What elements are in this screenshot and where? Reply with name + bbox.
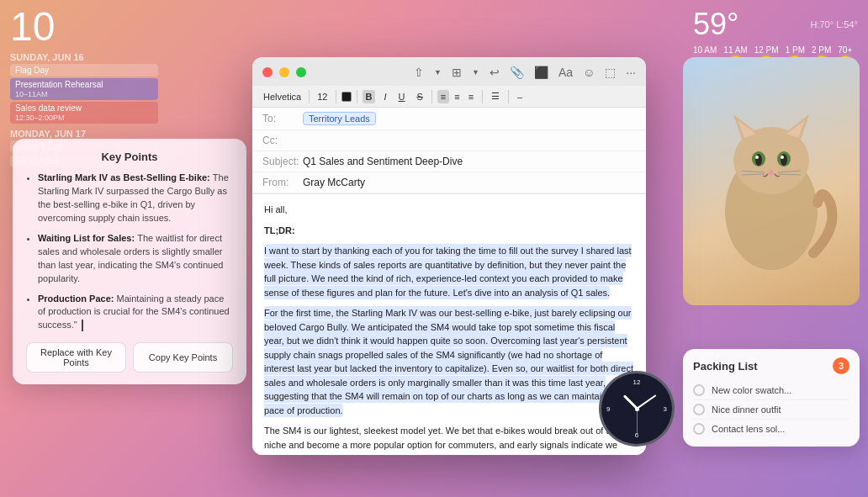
email-body-para1: I want to start by thanking each of you … — [264, 244, 634, 299]
to-value[interactable]: Territory Leads — [303, 112, 376, 125]
email-fields: To: Territory Leads Cc: Subject: Q1 Sale… — [252, 108, 646, 194]
weather-temperature: 59° — [693, 7, 738, 42]
subject-value[interactable]: Q1 Sales and Sentiment Deep-Dive — [303, 156, 636, 167]
key-points-panel: Key Points Starling Mark IV as Best-Sell… — [13, 139, 246, 384]
reminder-text-3: Contact lens sol... — [712, 424, 785, 434]
toolbar-sep-2 — [336, 90, 336, 103]
strikethrough-button[interactable]: S — [413, 90, 426, 103]
cat-illustration — [696, 77, 847, 287]
toolbar-sep-1 — [309, 90, 310, 103]
email-body-text-1: I want to start by thanking each of you … — [264, 244, 632, 299]
email-greeting: Hi all, — [264, 203, 634, 217]
from-field-row: From: Gray McCarty — [252, 172, 646, 193]
reminder-circle-2[interactable] — [693, 404, 705, 415]
format-icon[interactable]: ⊞ — [452, 66, 462, 79]
format-toolbar: Helvetica 12 B I U S ≡ ≡ ≡ ☰ – — [252, 86, 646, 108]
reminder-item-2: Nice dinner outfit — [693, 400, 849, 420]
calendar-event-sales: Sales data review 12:30–2:00PM — [10, 102, 158, 124]
align-left-button[interactable]: ≡ — [437, 90, 449, 103]
copy-key-points-button[interactable]: Copy Key Points — [133, 342, 233, 373]
key-point-3: Production Pace: Maintaining a steady pa… — [38, 293, 233, 333]
reminder-header: Packing List 3 — [693, 357, 849, 374]
send-dropdown-icon[interactable]: ▼ — [434, 68, 442, 77]
key-points-buttons: Replace with Key Points Copy Key Points — [26, 342, 233, 373]
email-body-text-2: For the first time, the Starling Mark IV… — [264, 306, 633, 417]
key-point-2: Waiting List for Sales: The waitlist for… — [38, 232, 233, 286]
calendar-event-flag: Flag Day — [10, 64, 158, 77]
reminder-badge: 3 — [833, 357, 849, 374]
image-dropdown-icon[interactable]: ⬚ — [605, 66, 616, 79]
reminder-item-1: New color swatch... — [693, 381, 849, 400]
from-value: Gray McCarty — [303, 177, 636, 188]
key-point-3-heading: Production Pace: — [38, 293, 117, 304]
more-format-button[interactable]: – — [514, 90, 526, 103]
traffic-light-minimize[interactable] — [279, 67, 289, 77]
email-body-para2: For the first time, the Starling Mark IV… — [264, 306, 634, 417]
reminder-text-1: New color swatch... — [712, 385, 791, 395]
color-swatch[interactable] — [341, 92, 352, 102]
cc-field-row: Cc: — [252, 130, 646, 151]
email-titlebar: ⇧ ▼ ⊞ ▼ ↩ 📎 ⬛ Aa ☺ ⬚ ··· — [252, 57, 646, 86]
to-field-row: To: Territory Leads — [252, 108, 646, 130]
clock-6: 6 — [635, 431, 638, 439]
font-icon[interactable]: Aa — [558, 66, 573, 79]
format-dropdown-icon[interactable]: ▼ — [472, 68, 479, 77]
attachment-icon[interactable]: 📎 — [510, 66, 524, 79]
svg-point-9 — [781, 154, 787, 166]
key-point-1-heading: Starling Mark IV as Best-Selling E-bike: — [38, 172, 213, 182]
calendar-day-sun: SUNDAY, JUN 16 — [10, 52, 158, 62]
svg-point-11 — [781, 156, 784, 159]
send-icon[interactable]: ⇧ — [414, 66, 424, 79]
to-label: To: — [262, 113, 303, 124]
clock-second-hand — [637, 409, 638, 434]
clock-3: 3 — [664, 405, 667, 413]
traffic-light-fullscreen[interactable] — [296, 67, 306, 77]
align-buttons: ≡ ≡ ≡ — [437, 90, 477, 103]
calendar-event-presentation: Presentation Rehearsal 10–11AM — [10, 78, 158, 100]
key-point-1: Starling Mark IV as Best-Selling E-bike:… — [38, 172, 233, 225]
reminder-text-2: Nice dinner outfit — [712, 404, 781, 415]
emoji-icon[interactable]: ☺ — [583, 66, 595, 79]
undo-icon[interactable]: ↩ — [490, 66, 500, 79]
key-points-title: Key Points — [26, 151, 233, 163]
email-body[interactable]: Hi all, TL;DR: I want to start by thanki… — [252, 194, 646, 455]
bold-button[interactable]: B — [363, 90, 376, 103]
from-label: From: — [262, 177, 303, 188]
italic-button[interactable]: I — [380, 90, 389, 103]
key-points-list: Starling Mark IV as Best-Selling E-bike:… — [26, 172, 233, 332]
clock-center-dot — [635, 407, 639, 411]
photo-icon[interactable]: ⬛ — [534, 66, 548, 79]
clock-12: 12 — [633, 378, 641, 386]
align-center-button[interactable]: ≡ — [451, 90, 463, 103]
svg-point-8 — [755, 154, 762, 166]
subject-field-row: Subject: Q1 Sales and Sentiment Deep-Div… — [252, 151, 646, 172]
calendar-date: 10 — [10, 7, 158, 47]
toolbar-sep-6 — [508, 90, 509, 103]
cursor-indicator — [82, 320, 83, 331]
clock-widget: 12 6 3 9 — [599, 371, 675, 447]
replace-key-points-button[interactable]: Replace with Key Points — [26, 342, 126, 373]
toolbar-sep-5 — [482, 90, 483, 103]
font-select[interactable]: Helvetica — [261, 91, 304, 103]
key-point-2-heading: Waiting List for Sales: — [38, 233, 137, 243]
underline-button[interactable]: U — [395, 90, 409, 103]
traffic-light-close[interactable] — [262, 67, 273, 77]
reminder-circle-1[interactable] — [693, 384, 705, 396]
email-window: ⇧ ▼ ⊞ ▼ ↩ 📎 ⬛ Aa ☺ ⬚ ··· Helvetica 12 B … — [252, 57, 646, 455]
toolbar-sep-3 — [357, 90, 357, 103]
clock-face: 12 6 3 9 — [599, 371, 675, 447]
list-button[interactable]: ☰ — [488, 89, 503, 103]
clock-minute-hand — [636, 394, 656, 410]
calendar-day-mon: MONDAY, JUN 17 — [10, 129, 158, 139]
align-right-button[interactable]: ≡ — [465, 90, 477, 103]
more-icon[interactable]: ··· — [626, 66, 636, 79]
email-body-para3: The SM4 is our lightest, sleekest model … — [264, 424, 634, 455]
font-size-select[interactable]: 12 — [315, 91, 330, 103]
weather-hi-lo: H:70° L:54° — [811, 19, 859, 29]
reminder-circle-3[interactable] — [693, 423, 705, 435]
subject-label: Subject: — [262, 156, 303, 167]
reminder-item-3: Contact lens sol... — [693, 420, 849, 438]
cat-image — [683, 57, 860, 305]
svg-point-10 — [755, 156, 759, 159]
reminder-title: Packing List — [693, 360, 758, 373]
